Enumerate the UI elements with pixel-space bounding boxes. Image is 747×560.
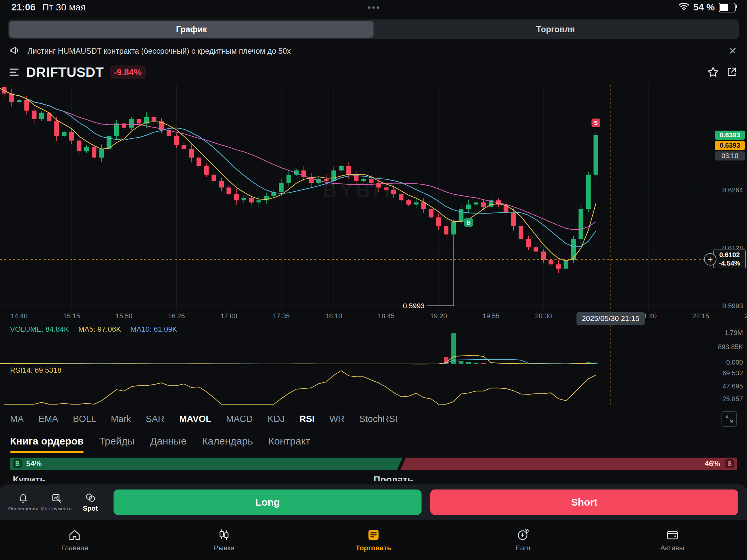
indicator-rsi[interactable]: RSI [300,414,315,424]
price-alert-plus-icon[interactable]: + [704,253,716,266]
svg-text:17:00: 17:00 [220,312,237,320]
nav-markets-label: Рынки [214,544,234,552]
chart-panel: BYBIT 0.5993BS0.62640.61280.599314:4015:… [0,85,747,408]
indicator-kdj[interactable]: KDJ [268,414,285,424]
svg-text:22:50: 22:50 [745,312,747,320]
nav-trade-label: Торговать [356,544,391,552]
symbol-list-icon[interactable] [9,68,20,77]
svg-text:18:45: 18:45 [378,312,395,320]
clock: 21:06 [11,2,35,13]
svg-text:47.695: 47.695 [722,382,743,390]
svg-text:19:55: 19:55 [483,312,499,320]
crosshair-price: 0.6102 [714,251,745,259]
book-tab-1[interactable]: Трейды [99,429,135,453]
alerts-button[interactable]: Оповещения [9,493,37,511]
assets-icon [665,528,679,541]
alerts-label: Оповещения [8,506,38,511]
short-button[interactable]: Short [430,489,738,515]
sell-ratio-segment [401,458,737,470]
svg-text:25.857: 25.857 [722,395,743,403]
candle-countdown-badge: 03:10 [715,152,745,160]
svg-text:893.85K: 893.85K [718,343,743,350]
nav-home[interactable]: Главная [0,520,150,560]
indicator-mark[interactable]: Mark [111,414,131,424]
svg-text:B: B [467,219,470,226]
svg-text:0.5993: 0.5993 [722,302,743,310]
nav-trade[interactable]: Торговать [299,520,448,560]
view-segmented-control: График Торговля [8,20,739,39]
buy-badge: B [13,459,22,468]
volume-ma10-value: MA10: 61.09K [130,325,177,334]
tools-label: Инструменты [41,506,73,511]
favorite-star-icon[interactable] [707,66,719,79]
rsi-indicator-header: RSI14: 69.5318 [10,366,61,375]
crosshair-date-badge: 2025/05/30 21:15 [576,312,645,325]
spot-button[interactable]: Spot [76,492,105,512]
svg-text:18:10: 18:10 [326,312,342,320]
trade-action-bar: Оповещения Инструменты Spot Long Short [0,484,747,520]
svg-text:0.5993: 0.5993 [403,302,424,310]
nav-home-label: Главная [61,544,88,552]
sell-column-label: Продать [374,472,413,481]
megaphone-icon [10,45,20,57]
bottom-navigation: Главная Рынки Торговать Earn Активы [0,520,747,560]
markets-icon [217,528,231,541]
home-icon [68,528,82,541]
svg-text:16:25: 16:25 [168,312,185,320]
buy-column-label: Купить [13,472,46,481]
orderbook-header-clipped: Купить Продать [10,472,737,481]
price-change-badge: -9.84% [110,65,146,79]
book-tab-3[interactable]: Календарь [202,429,253,453]
tab-chart[interactable]: График [9,21,374,37]
symbol-name[interactable]: DRIFTUSDT [26,65,104,80]
nav-earn[interactable]: Earn [448,520,597,560]
tab-trading[interactable]: Торговля [374,21,738,37]
long-button[interactable]: Long [113,489,421,515]
fullscreen-icon[interactable] [721,411,737,427]
book-tab-4[interactable]: Контракт [268,429,310,453]
nav-markets[interactable]: Рынки [150,520,299,560]
indicator-stochrsi[interactable]: StochRSI [359,414,398,424]
status-bar: 21:06 Пт 30 мая 54 % [0,0,747,15]
buy-percent: 54% [26,459,42,468]
svg-text:69.532: 69.532 [722,369,743,377]
nav-assets[interactable]: Активы [597,520,747,560]
svg-text:14:40: 14:40 [11,312,28,320]
indicator-wr[interactable]: WR [330,414,344,424]
announcement-banner[interactable]: Листинг HUMAUSDT контракта (бессрочный) … [0,42,747,60]
indicator-mavol[interactable]: MAVOL [179,414,212,424]
multitask-dots-icon [368,6,379,9]
buy-sell-ratio-bar: B 54% 46% S [10,458,737,470]
volume-value: VOLUME: 84.84K [10,325,69,334]
crosshair-price-badge: 0.6102 -4.54% [714,249,746,269]
nav-earn-label: Earn [516,544,530,552]
buy-ratio-segment [10,458,403,470]
book-tab-0[interactable]: Книга ордеров [10,429,84,453]
svg-text:17:35: 17:35 [273,312,289,320]
spot-label: Spot [83,505,98,512]
volume-indicator-header: VOLUME: 84.84K MA5: 97.06K MA10: 61.09K [10,325,177,334]
indicator-ma[interactable]: MA [10,414,24,424]
candlestick-chart-canvas[interactable]: 0.5993BS0.62640.61280.599314:4015:1515:5… [0,85,747,408]
mark-price-badge: 0.6393 [715,141,745,150]
svg-text:15:50: 15:50 [115,312,132,320]
svg-text:S: S [594,120,597,126]
svg-text:15:15: 15:15 [63,312,80,320]
indicator-ema[interactable]: EMA [38,414,58,424]
indicator-macd[interactable]: MACD [226,414,253,424]
symbol-header: DRIFTUSDT -9.84% [0,61,747,83]
indicator-items: MAEMABOLLMarkSARMAVOLMACDKDJRSIWRStochRS… [10,414,398,424]
svg-text:0.6264: 0.6264 [722,186,743,194]
book-tab-2[interactable]: Данные [150,429,186,453]
announcement-text: Листинг HUMAUSDT контракта (бессрочный) … [28,47,721,56]
indicator-boll[interactable]: BOLL [73,414,96,424]
svg-text:22:15: 22:15 [692,312,709,320]
indicator-toolbar: MAEMABOLLMarkSARMAVOLMACDKDJRSIWRStochRS… [0,408,747,429]
volume-ma5-value: MA5: 97.06K [78,325,121,334]
orderbook-tabs: Книга ордеровТрейдыДанныеКалендарьКонтра… [0,429,747,453]
close-icon[interactable]: ✕ [728,46,737,56]
status-date: Пт 30 мая [42,2,86,13]
indicator-sar[interactable]: SAR [146,414,164,424]
share-icon[interactable] [725,66,738,78]
tools-button[interactable]: Инструменты [42,493,71,511]
